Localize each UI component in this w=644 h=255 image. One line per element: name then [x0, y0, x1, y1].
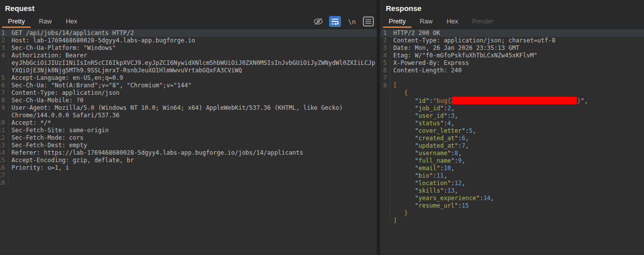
line-number: [381, 202, 390, 210]
line-number: 18: [0, 179, 8, 187]
editor-line: ]: [381, 217, 644, 225]
line-number: 16: [0, 164, 8, 172]
line-number: [381, 195, 390, 202]
editor-line: 1GET /api/jobs/14/applicants HTTP/2: [0, 29, 377, 37]
line-number: [381, 165, 390, 172]
line-text: Sec-Fetch-Mode: cors: [8, 134, 377, 142]
editor-line: 13Sec-Fetch-Dest: empty: [0, 142, 377, 149]
editor-line: 9User-Agent: Mozilla/5.0 (Windows NT 10.…: [0, 104, 377, 119]
line-text: }: [390, 210, 644, 217]
editor-line: 12Sec-Fetch-Mode: cors: [0, 134, 377, 142]
line-number: [381, 127, 390, 135]
tab-pretty[interactable]: Pretty: [382, 15, 413, 28]
line-number: 10: [0, 119, 8, 127]
editor-line: 5X-Powered-By: Express: [381, 59, 644, 67]
line-number: 2: [0, 37, 8, 44]
line-text: Date: Mon, 26 Jan 2026 23:35:13 GMT: [390, 44, 644, 52]
line-text: Priority: u=1, i: [8, 164, 377, 172]
show-newlines-icon[interactable]: \n: [346, 16, 358, 27]
line-number: [381, 172, 390, 180]
response-editor[interactable]: 1HTTP/2 200 OK2Content-Type: application…: [381, 28, 644, 255]
line-text: HTTP/2 200 OK: [390, 29, 644, 37]
line-number: 12: [0, 134, 8, 142]
line-number: [381, 97, 390, 105]
editor-line: 6Sec-Ch-Ua: "Not(A:Brand";v="8", "Chromi…: [0, 82, 377, 89]
line-number: 1: [0, 29, 8, 37]
editor-line: 3Sec-Ch-Ua-Platform: "Windows": [0, 44, 377, 52]
request-panel-title: Request: [0, 0, 377, 15]
editor-line: "bio":11,: [381, 172, 644, 180]
editor-line: 18: [0, 179, 377, 187]
line-number: 8: [381, 82, 390, 89]
line-number: 3: [0, 44, 8, 52]
editor-line: 11Sec-Fetch-Site: same-origin: [0, 127, 377, 134]
editor-line: "username":8,: [381, 150, 644, 157]
line-text: Accept-Encoding: gzip, deflate, br: [8, 157, 377, 164]
tab-raw[interactable]: Raw: [413, 15, 440, 28]
hide-matching-icon[interactable]: [312, 16, 324, 27]
line-text: "status":4,: [390, 120, 644, 127]
tab-render: Render: [465, 15, 500, 28]
editor-line: 1HTTP/2 200 OK: [381, 29, 644, 37]
editor-line: "status":4,: [381, 120, 644, 127]
line-text: "bio":11,: [390, 172, 644, 180]
menu-icon[interactable]: [363, 16, 374, 26]
line-text: Referer: https://lab-1769468680028-5dgyy…: [8, 149, 377, 157]
line-text: Accept-Language: en-US,en;q=0.9: [8, 74, 377, 82]
line-text: "full_name":9,: [390, 157, 644, 165]
tab-hex[interactable]: Hex: [59, 15, 84, 28]
editor-line: 4Etag: W/"f0-mGfoPskfuXhTbLCxNZw45xKFlvM…: [381, 52, 644, 59]
line-number: 13: [0, 142, 8, 149]
line-number: 4: [0, 52, 8, 74]
line-text: Sec-Ch-Ua-Platform: "Windows": [8, 44, 377, 52]
request-toolbar: \n: [312, 16, 374, 27]
line-number: [381, 112, 390, 120]
line-text: Content-Type: application/json; charset=…: [390, 37, 644, 44]
line-text: [8, 172, 377, 179]
line-number: [381, 105, 390, 112]
line-number: [381, 217, 390, 225]
line-text: Host: lab-1769468680028-5dgyy4.labs-app.…: [8, 37, 377, 44]
editor-line: "job_id":2,: [381, 105, 644, 112]
line-number: [381, 150, 390, 157]
line-text: Sec-Fetch-Dest: empty: [8, 142, 377, 149]
line-text: GET /api/jobs/14/applicants HTTP/2: [8, 29, 377, 37]
request-editor[interactable]: 1GET /api/jobs/14/applicants HTTP/22Host…: [0, 28, 377, 255]
line-text: "skills":13,: [390, 187, 644, 195]
response-tabs: PrettyRawHexRender: [382, 15, 500, 28]
editor-line: }: [381, 210, 644, 217]
line-number: [381, 210, 390, 217]
request-tabs: PrettyRawHex: [1, 15, 84, 28]
editor-line: 17: [0, 172, 377, 179]
line-number: 4: [381, 52, 390, 59]
line-text: "years_experience":14,: [390, 195, 644, 202]
tab-raw[interactable]: Raw: [32, 15, 59, 28]
editor-line: 10Accept: */*: [0, 119, 377, 127]
line-text: "created_at":6,: [390, 135, 644, 142]
line-number: [381, 120, 390, 127]
editor-line: 15Accept-Encoding: gzip, deflate, br: [0, 157, 377, 164]
line-number: 3: [381, 44, 390, 52]
line-number: 5: [381, 59, 390, 67]
tab-pretty[interactable]: Pretty: [1, 15, 32, 28]
request-panel: Request PrettyRawHex: [0, 0, 377, 255]
editor-line: {: [381, 89, 644, 97]
wrap-lines-icon[interactable]: [329, 16, 341, 27]
tab-hex[interactable]: Hex: [440, 15, 465, 28]
line-number: 6: [381, 67, 390, 74]
line-text: "location":12,: [390, 180, 644, 187]
line-number: 1: [381, 29, 390, 37]
line-number: [381, 142, 390, 150]
editor-line: 14Referer: https://lab-1769468680028-5dg…: [0, 149, 377, 157]
line-text: Accept: */*: [8, 119, 377, 127]
editor-line: "location":12,: [381, 180, 644, 187]
line-text: {: [390, 89, 644, 97]
editor-line: "id":"bug{X}",: [381, 97, 644, 105]
editor-line: 6Content-Length: 240: [381, 67, 644, 74]
panel-divider[interactable]: [377, 0, 381, 255]
editor-line: 2Content-Type: application/json; charset…: [381, 37, 644, 44]
line-number: 11: [0, 127, 8, 134]
line-text: "id":"bug{X}",: [390, 97, 644, 105]
line-text: Authorization: Bearer eyJhbGciOiJIUzI1Ni…: [8, 52, 377, 74]
line-text: "user_id":3,: [390, 112, 644, 120]
